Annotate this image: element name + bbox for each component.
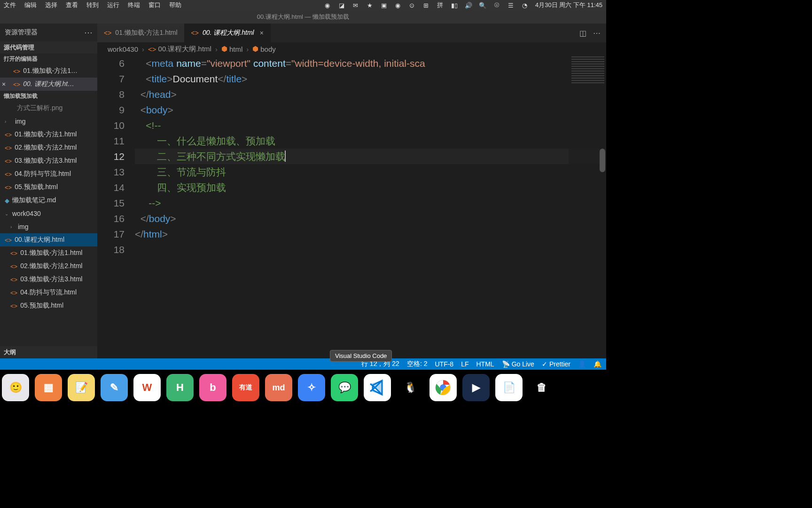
code-line[interactable]: 四、实现预加载 — [135, 180, 606, 195]
status-encoding[interactable]: UTF-8 — [435, 360, 453, 368]
search-icon[interactable]: 🔍 — [479, 1, 486, 9]
close-icon[interactable]: × — [260, 29, 264, 37]
tree-folder-work[interactable]: ⌄work0430 — [0, 207, 97, 220]
dock-app[interactable]: ▶ — [462, 374, 490, 401]
code-line[interactable] — [135, 242, 606, 257]
wechat-icon[interactable]: ✉ — [352, 1, 359, 9]
control-center-icon[interactable]: ☰ — [507, 1, 515, 9]
dock-app[interactable]: md — [265, 374, 292, 401]
tree-file[interactable]: <>04.防抖与节流.html — [0, 286, 97, 299]
split-editor-icon[interactable]: ◫ — [579, 29, 586, 38]
play-icon[interactable]: ▣ — [380, 1, 388, 9]
code-line[interactable]: <title>Document</title> — [135, 71, 606, 87]
code-line[interactable]: --> — [135, 195, 606, 211]
siri-icon[interactable]: ◉ — [394, 1, 402, 9]
status-spaces[interactable]: 空格: 2 — [407, 360, 428, 368]
menu-帮助[interactable]: 帮助 — [169, 1, 181, 9]
tree-folder-img2[interactable]: ›img — [0, 220, 97, 233]
code-line[interactable]: </body> — [135, 211, 606, 226]
code-line[interactable]: <body> — [135, 102, 606, 118]
code-line[interactable]: </head> — [135, 87, 606, 102]
scm-section[interactable]: 源代码管理 — [0, 41, 97, 54]
tree-file[interactable]: <>03.懒加载-方法3.html — [0, 273, 97, 286]
dock-app[interactable]: 🐧 — [397, 374, 424, 401]
app-icon[interactable]: ◪ — [338, 1, 345, 9]
dock-app[interactable]: ✎ — [101, 374, 128, 401]
breadcrumbs[interactable]: work0430›<> 00.课程大纲.html›⬢ html›⬢ body — [97, 42, 606, 56]
open-editors-header[interactable]: 打开的编辑器 — [0, 54, 97, 64]
menu-查看[interactable]: 查看 — [66, 1, 78, 9]
tree-file[interactable]: <>02.懒加载-方法2.html — [0, 141, 97, 154]
status-account-icon[interactable]: 👤 — [578, 360, 586, 368]
status-eol[interactable]: LF — [461, 360, 468, 368]
dock-app[interactable]: 📄 — [495, 374, 523, 401]
tree-folder-img[interactable]: ›img — [0, 115, 97, 128]
close-icon[interactable]: × — [2, 80, 8, 88]
status-bell-icon[interactable]: 🔔 — [593, 360, 601, 368]
menu-转到[interactable]: 转到 — [86, 1, 99, 9]
tree-file[interactable]: <>04.防抖与节流.html — [0, 167, 97, 181]
code-line[interactable]: 三、节流与防抖 — [135, 164, 606, 180]
battery-icon[interactable]: ▮▯ — [451, 1, 458, 9]
tree-file-md[interactable]: ◆懒加载笔记.md — [0, 194, 97, 207]
menubar-datetime[interactable]: 4月30日 周六 下午 11:45 — [535, 1, 602, 9]
volume-icon[interactable]: 🔊 — [465, 1, 472, 9]
dock-app[interactable]: 📝 — [68, 374, 95, 401]
code-editor[interactable]: 6789101112131415161718 <meta name="viewp… — [97, 56, 606, 358]
panda-icon[interactable]: ◉ — [324, 1, 331, 9]
tree-file[interactable]: <>01.懒加载-方法1.html — [0, 246, 97, 260]
outline-header[interactable]: 大纲 — [0, 346, 97, 358]
editor-tab[interactable]: <>00. 课程大纲.html× — [185, 24, 271, 42]
line-number: 7 — [97, 71, 125, 87]
tree-file[interactable]: <>01.懒加载-方法1.html — [0, 128, 97, 141]
minimap[interactable] — [569, 56, 606, 358]
tree-file[interactable]: <>03.懒加载-方法3.html — [0, 154, 97, 167]
editor-tab[interactable]: <>01.懒加载-方法1.html — [97, 24, 185, 42]
scrollbar-thumb[interactable] — [600, 149, 605, 172]
dock-app[interactable] — [429, 374, 457, 401]
menubar-status: ◉ ◪ ✉ ★ ▣ ◉ ⊙ ⊞ 拼 ▮▯ 🔊 🔍 ⦾ ☰ ◔ 4月30日 周六 … — [324, 1, 602, 9]
more-icon[interactable]: ⋯ — [593, 29, 601, 38]
code-line[interactable]: </html> — [135, 226, 606, 242]
dock-app[interactable]: 🙂 — [2, 374, 29, 401]
menu-编辑[interactable]: 编辑 — [24, 1, 37, 9]
code-line[interactable]: 一、什么是懒加载、预加载 — [135, 133, 606, 149]
dock-app[interactable]: 有道 — [232, 374, 259, 401]
dock-app[interactable]: ▦ — [35, 374, 62, 401]
open-editor-item[interactable]: <>01.懒加载-方法1… — [0, 64, 97, 78]
tree-file-png[interactable]: 方式三解析.png — [0, 102, 97, 115]
status-language[interactable]: HTML — [476, 360, 494, 368]
dock-app[interactable]: 💬 — [331, 374, 358, 401]
code-content[interactable]: <meta name="viewport" content="width=dev… — [135, 56, 606, 358]
status-golive[interactable]: 📡 Go Live — [502, 360, 534, 368]
notif-icon[interactable]: ◔ — [521, 1, 529, 9]
dock-app[interactable]: 🗑 — [528, 374, 555, 401]
tree-file[interactable]: <>02.懒加载-方法2.html — [0, 260, 97, 273]
code-line[interactable]: <!-- — [135, 118, 606, 133]
more-icon[interactable]: ⋯ — [84, 27, 93, 38]
status-prettier[interactable]: ✓ Prettier — [542, 360, 570, 368]
open-editor-item[interactable]: ×<>00. 课程大纲.ht… — [0, 78, 97, 91]
wifi-icon[interactable]: ⦾ — [493, 1, 500, 9]
code-line[interactable]: 二、三种不同方式实现懒加载 — [135, 149, 606, 164]
menu-运行[interactable]: 运行 — [107, 1, 119, 9]
dock-app[interactable]: W — [133, 374, 161, 401]
tree-file-active[interactable]: <>00.课程大纲.html — [0, 233, 97, 246]
project-header[interactable]: 懒加载预加载 — [0, 91, 97, 102]
menu-窗口[interactable]: 窗口 — [148, 1, 161, 9]
menu-终端[interactable]: 终端 — [128, 1, 140, 9]
input-icon[interactable]: 拼 — [437, 1, 444, 9]
menu-选择[interactable]: 选择 — [45, 1, 57, 9]
dock-app[interactable]: H — [166, 374, 194, 401]
dock-app[interactable]: ✧ — [298, 374, 325, 401]
menu-文件[interactable]: 文件 — [4, 1, 16, 9]
dock-app[interactable] — [364, 374, 391, 401]
code-line[interactable]: <meta name="viewport" content="width=dev… — [135, 56, 606, 71]
star-icon[interactable]: ★ — [366, 1, 374, 9]
record-icon[interactable]: ⊙ — [408, 1, 416, 9]
tree-file[interactable]: <>05.预加载.html — [0, 299, 97, 312]
explorer-header: 资源管理器 ⋯ — [0, 24, 97, 41]
dock-app[interactable]: b — [199, 374, 226, 401]
grid-icon[interactable]: ⊞ — [422, 1, 430, 9]
tree-file[interactable]: <>05.预加载.html — [0, 181, 97, 194]
